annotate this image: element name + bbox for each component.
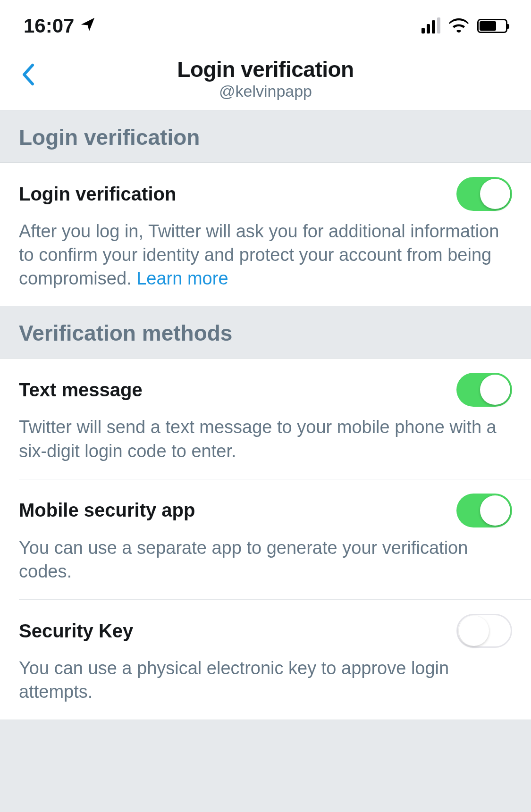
cellular-signal-icon	[421, 18, 440, 33]
divider	[0, 720, 531, 720]
page-subtitle: @kelvinpapp	[19, 82, 512, 100]
setting-text-message: Text message Twitter will send a text me…	[0, 359, 531, 478]
setting-title: Mobile security app	[19, 500, 195, 521]
setting-login-verification: Login verification After you log in, Twi…	[0, 163, 531, 306]
toggle-mobile-security-app[interactable]	[456, 494, 512, 527]
learn-more-link[interactable]: Learn more	[136, 268, 228, 288]
location-arrow-icon	[80, 15, 96, 37]
section-header-verification-methods: Verification methods	[0, 306, 531, 359]
setting-title: Login verification	[19, 184, 176, 205]
setting-description: You can use a physical electronic key to…	[19, 656, 512, 703]
nav-title-block: Login verification @kelvinpapp	[19, 57, 512, 100]
setting-title: Security Key	[19, 620, 133, 642]
setting-description: After you log in, Twitter will ask you f…	[19, 219, 512, 290]
status-bar: 16:07	[0, 0, 531, 52]
section-header-login-verification: Login verification	[0, 110, 531, 163]
nav-header: Login verification @kelvinpapp	[0, 52, 531, 110]
toggle-security-key[interactable]	[456, 614, 512, 648]
wifi-icon	[449, 17, 469, 34]
battery-icon	[477, 19, 507, 33]
status-time: 16:07	[24, 15, 74, 37]
status-left: 16:07	[24, 15, 96, 37]
chevron-left-icon	[21, 63, 34, 86]
verification-methods-list: Text message Twitter will send a text me…	[0, 359, 531, 720]
status-right	[421, 17, 507, 34]
back-button[interactable]	[16, 60, 40, 89]
setting-description: You can use a separate app to generate y…	[19, 536, 512, 583]
toggle-text-message[interactable]	[456, 373, 512, 407]
setting-title: Text message	[19, 379, 143, 401]
setting-mobile-security-app: Mobile security app You can use a separa…	[0, 479, 531, 599]
toggle-login-verification[interactable]	[456, 177, 512, 211]
setting-description-text: After you log in, Twitter will ask you f…	[19, 221, 499, 288]
page-title: Login verification	[19, 57, 512, 82]
setting-security-key: Security Key You can use a physical elec…	[0, 600, 531, 720]
setting-description: Twitter will send a text message to your…	[19, 415, 512, 462]
